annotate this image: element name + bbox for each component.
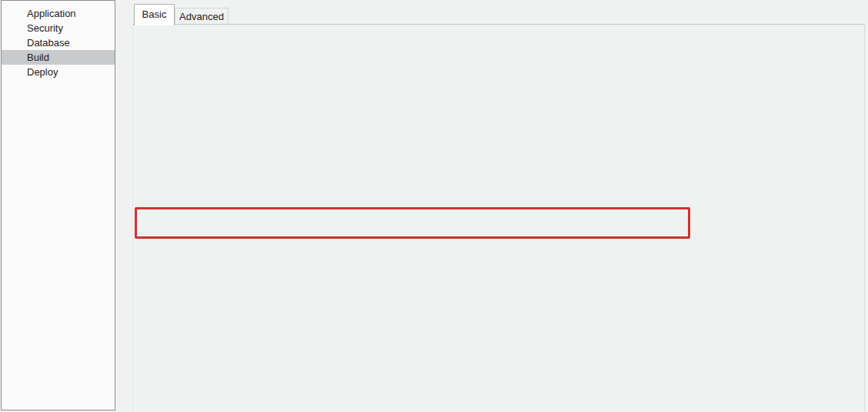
sidebar-item-database[interactable]: Database bbox=[2, 35, 115, 50]
tab-basic[interactable]: Basic bbox=[134, 4, 175, 25]
tab-page-basic bbox=[132, 24, 865, 412]
settings-category-list: Application Security Database Build Depl… bbox=[1, 0, 115, 410]
sidebar-item-deploy[interactable]: Deploy bbox=[2, 65, 115, 79]
tab-advanced[interactable]: Advanced bbox=[175, 8, 229, 25]
sidebar-item-security[interactable]: Security bbox=[2, 21, 115, 35]
sidebar-item-application[interactable]: Application bbox=[2, 6, 115, 21]
sidebar-item-build[interactable]: Build bbox=[2, 50, 115, 65]
